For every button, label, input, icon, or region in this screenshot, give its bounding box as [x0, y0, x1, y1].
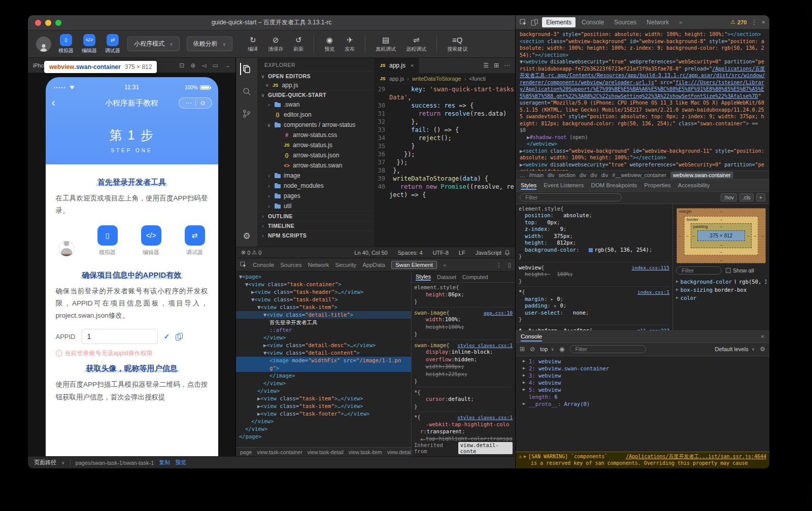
devtools-tab[interactable]: Network: [642, 17, 673, 27]
explorer-item[interactable]: › util: [257, 201, 374, 211]
dom-node-row[interactable]: </view>: [236, 425, 411, 433]
debugger-tab[interactable]: Console: [253, 262, 274, 268]
exit-target-icon[interactable]: ⊙: [200, 99, 205, 107]
dom-node-row[interactable]: ▶<view class="task-item">…</view>: [236, 395, 411, 402]
element-node-row[interactable]: <section class="webview-background" id="…: [519, 38, 766, 59]
style-rule[interactable]: webview {index.css:115 height: ▸ 100%; }: [519, 264, 669, 287]
view-toggle-button[interactable]: ⇄ 调试器: [105, 34, 120, 54]
toolbar-action-button[interactable]: ⊘ 清缓存: [268, 36, 283, 53]
style-declaration[interactable]: height: ▸ 812px;: [519, 240, 669, 247]
stylesheet-link[interactable]: index.css:1: [634, 289, 669, 296]
dom-breadcrumb-item[interactable]: view.detail: [387, 449, 411, 455]
cursor-position[interactable]: Ln 40, Col 50: [354, 250, 387, 256]
close-icon[interactable]: ×: [265, 82, 268, 88]
tool-shortcut[interactable]: ⇄ 调试器: [185, 225, 205, 256]
element-node-row[interactable]: ▶#shadow-root (open): [519, 134, 766, 141]
editor-action-icon[interactable]: ⋯: [504, 62, 510, 69]
debugger-tab[interactable]: Swan Element: [391, 261, 437, 269]
dom-node-row[interactable]: ▶<view class="detail-desc">…</view>: [236, 342, 411, 349]
debugger-tab[interactable]: Network: [308, 262, 329, 268]
editor-action-icon[interactable]: ⊞: [494, 62, 499, 69]
issues-counter[interactable]: ⚠270: [730, 19, 747, 25]
toolbar-action-button[interactable]: ✈ 发布: [345, 36, 355, 53]
stylesheet-link[interactable]: index.css:115: [629, 264, 669, 271]
dom-node-row[interactable]: ▼<view class="task-detail">: [236, 296, 411, 303]
explorer-item[interactable]: arrow-status.js: [257, 140, 374, 150]
dom-breadcrumb-item[interactable]: view.task-detail: [308, 449, 344, 455]
toolbar-action-button[interactable]: ↻ 编译: [248, 36, 258, 53]
console-filter-input[interactable]: Filter: [570, 345, 646, 353]
toolbar-action-button[interactable]: ≡Q 搜索建议: [436, 36, 467, 53]
dom-node-row[interactable]: </image>: [236, 372, 411, 380]
element-node-row[interactable]: background-3" style="position: absolute;…: [519, 31, 766, 38]
kebab-menu-icon[interactable]: ⋮: [496, 261, 502, 268]
device-bar-icon[interactable]: ◅: [201, 62, 206, 69]
close-icon[interactable]: ×: [411, 62, 414, 69]
stylesheet-link[interactable]: all.css:237: [634, 327, 669, 330]
inspect-element-icon[interactable]: [240, 261, 247, 268]
explorer-icon[interactable]: [240, 63, 252, 75]
dom-node-row[interactable]: ▶<view class="task-item">…</view>: [236, 402, 411, 410]
styles-tab[interactable]: Styles: [416, 274, 431, 281]
preview-path-button[interactable]: 预览: [175, 459, 186, 466]
style-declaration[interactable]: ⚠ height:86px;: [414, 291, 513, 299]
debugger-tab[interactable]: »: [443, 262, 446, 268]
computed-property-row[interactable]: ▶ background-color rgb(50, 136, 254): [676, 278, 766, 286]
editor-action-icon[interactable]: ☰: [483, 62, 489, 69]
style-declaration[interactable]: ⚠ cursor:default;: [414, 396, 513, 403]
dom-node-row[interactable]: ▼<view class="task-item">: [236, 303, 411, 311]
styles-filter-input[interactable]: Filter: [520, 193, 622, 201]
breadcrumb-item[interactable]: #__webview_container: [612, 172, 666, 178]
sidebar-tab[interactable]: Properties: [644, 182, 670, 188]
style-rule[interactable]: swan-image {styles_slaves.css:1 ⚠ displa…: [414, 342, 513, 387]
view-toggle-button[interactable]: ▯ 模拟器: [58, 34, 74, 54]
explorer-item[interactable]: ∨ components / arrow-status: [257, 120, 374, 130]
notifications-bell-icon[interactable]: [504, 250, 510, 256]
style-rule[interactable]: *, *::before, *::after {all.css:237 }: [519, 327, 669, 330]
dom-node-row[interactable]: ▶<view class="task-footer">…</view>: [236, 410, 411, 418]
style-declaration[interactable]: z-index: ▸ 9;: [519, 226, 669, 233]
style-declaration[interactable]: ⚠ width:300px;: [414, 363, 513, 371]
style-declaration[interactable]: ⚠ width:100%;: [414, 316, 513, 324]
eye-icon[interactable]: ◉: [559, 346, 564, 353]
dom-node-row[interactable]: </page>: [236, 433, 411, 440]
style-rule[interactable]: swan-image {app.css:10 ⚠ width:100%;⚠ he…: [414, 310, 513, 340]
style-declaration[interactable]: user-select: ▸ none;: [519, 310, 669, 317]
styles-tab[interactable]: Computed: [462, 274, 488, 280]
breadcrumb-item[interactable]: div: [590, 172, 597, 178]
devtools-tab[interactable]: »: [675, 17, 687, 27]
code-area[interactable]: 29 key: 'swan-quick-start-tasksData', 30…: [374, 84, 515, 247]
elements-tree[interactable]: background-3" style="position: absolute;…: [516, 29, 769, 171]
dom-node-row[interactable]: </view>: [236, 380, 411, 387]
console-warning[interactable]: ⚠ ▶ [SAN WARNING] `components` /Applicat…: [516, 452, 769, 468]
style-declaration[interactable]: height: ▸ 100%;: [519, 271, 669, 278]
source-control-icon[interactable]: [241, 108, 253, 120]
inherited-selector[interactable]: view.detail-conte: [458, 442, 513, 454]
search-icon[interactable]: [241, 85, 253, 97]
console-tab[interactable]: Console: [521, 331, 542, 342]
device-toolbar-icon[interactable]: [531, 19, 538, 26]
device-bar-icon[interactable]: →: [224, 62, 230, 69]
indentation[interactable]: Spaces: 4: [398, 250, 423, 256]
device-bar-icon[interactable]: ⊡: [179, 62, 184, 69]
console-log-row[interactable]: ▶ 1: webview: [523, 358, 766, 365]
style-declaration[interactable]: margin: ▸ 0;: [519, 296, 669, 303]
stylesheet-link[interactable]: [510, 284, 513, 291]
open-editors-section[interactable]: ∨OPEN EDITORS: [257, 71, 374, 81]
style-declaration[interactable]: padding: ▸ 0;: [519, 302, 669, 310]
inspect-element-icon[interactable]: [520, 19, 527, 26]
pseudo-toggle-button[interactable]: .cls: [739, 193, 754, 201]
style-declaration[interactable]: ⚠ overflow:hidden;: [414, 356, 513, 364]
explorer-section[interactable]: ›NPM SCRIPTS: [257, 230, 374, 240]
open-editor-item[interactable]: ×app.js: [257, 81, 374, 90]
problems-indicator[interactable]: ⊗0⚠0: [241, 249, 261, 256]
element-node-row[interactable]: ▼<webview disablewebsecurity="true" webp…: [519, 58, 766, 134]
element-node-row[interactable]: </webview>: [519, 141, 766, 148]
toolbar-action-button[interactable]: ⇌ 远程调试: [406, 36, 426, 53]
dom-node-row[interactable]: ▶<view class="task-header">…</view>: [236, 288, 411, 296]
console-log-row[interactable]: ▶ __proto__: Array(0): [523, 400, 766, 407]
style-rule[interactable]: * {index.css:1 margin: ▸ 0;padding: ▸ 0;…: [519, 289, 669, 325]
console-log-row[interactable]: ▶ 5: webview: [523, 386, 766, 393]
dom-node-row[interactable]: ::after: [236, 326, 411, 334]
console-log-list[interactable]: ▶ 1: webview ▶ 2: webview.swan-container…: [516, 356, 769, 452]
